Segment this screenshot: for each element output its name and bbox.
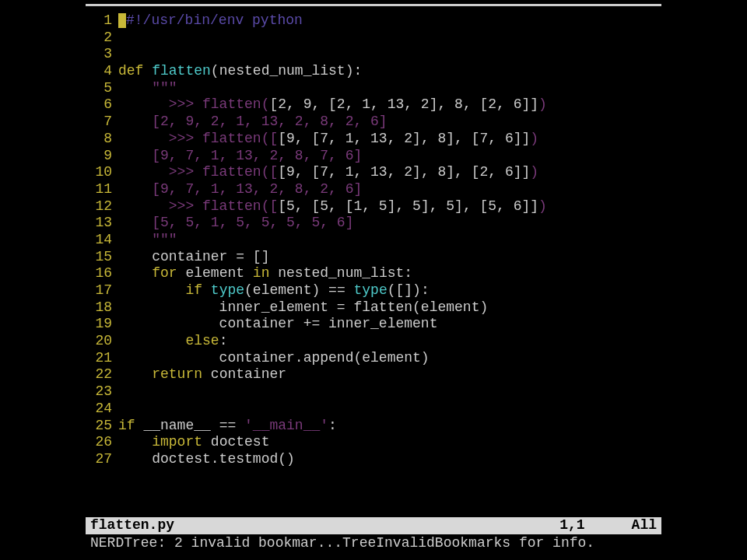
line-number: 10 (86, 164, 118, 181)
code-line[interactable]: 27 doctest.testmod() (86, 451, 661, 468)
code-line[interactable]: 2 (86, 30, 661, 47)
line-content: import doctest (118, 434, 661, 451)
line-content (118, 383, 661, 401)
cursor (118, 13, 126, 28)
line-content: container += inner_element (118, 316, 661, 333)
line-number: 7 (86, 114, 118, 131)
code-line[interactable]: 24 (86, 401, 661, 418)
code-line[interactable]: 17 if type(element) == type([]): (86, 282, 661, 299)
code-line[interactable]: 3 (86, 46, 661, 63)
line-content: >>> flatten([[5, [5, [1, 5], 5], 5], [5,… (118, 198, 661, 215)
status-percent: All (632, 517, 657, 534)
line-number: 22 (86, 366, 118, 383)
line-content: >>> flatten([[9, [7, 1, 13, 2], 8], [2, … (118, 164, 661, 181)
line-number: 1 (86, 12, 118, 30)
line-number: 11 (86, 181, 118, 198)
line-content: else: (118, 333, 661, 350)
line-content (118, 30, 661, 47)
line-number: 4 (86, 63, 118, 80)
code-line[interactable]: 11 [9, 7, 1, 13, 2, 8, 2, 6] (86, 181, 661, 198)
line-content: """ (118, 232, 661, 249)
code-line[interactable]: 13 [5, 5, 1, 5, 5, 5, 5, 6] (86, 215, 661, 232)
line-content: [9, 7, 1, 13, 2, 8, 7, 6] (118, 148, 661, 165)
code-line[interactable]: 8 >>> flatten([[9, [7, 1, 13, 2], 8], [7… (86, 131, 661, 148)
line-content: >>> flatten([[9, [7, 1, 13, 2], 8], [7, … (118, 131, 661, 148)
line-content (118, 46, 661, 63)
line-number: 15 (86, 249, 118, 266)
line-content: container = [] (118, 249, 661, 266)
line-number: 2 (86, 30, 118, 47)
line-content: #!/usr/bin/env python (118, 12, 661, 30)
line-number: 8 (86, 131, 118, 148)
line-content (118, 401, 661, 418)
line-number: 23 (86, 383, 118, 401)
line-content: if type(element) == type([]): (118, 282, 661, 299)
line-content: >>> flatten([2, 9, [2, 1, 13, 2], 8, [2,… (118, 96, 661, 114)
message-text: NERDTree: 2 invalid bookmar...TreeInvali… (90, 535, 594, 552)
line-content: return container (118, 366, 661, 383)
line-number: 17 (86, 282, 118, 299)
code-line[interactable]: 7 [2, 9, 2, 1, 13, 2, 8, 2, 6] (86, 114, 661, 131)
line-content: if __name__ == '__main__': (118, 418, 661, 435)
code-line[interactable]: 1#!/usr/bin/env python (86, 12, 661, 30)
code-line[interactable]: 10 >>> flatten([[9, [7, 1, 13, 2], 8], [… (86, 164, 661, 181)
line-content: [5, 5, 1, 5, 5, 5, 5, 6] (118, 215, 661, 232)
line-number: 16 (86, 265, 118, 282)
line-number: 27 (86, 451, 118, 468)
status-position: 1,1 (559, 517, 584, 534)
line-content: [2, 9, 2, 1, 13, 2, 8, 2, 6] (118, 114, 661, 131)
line-number: 19 (86, 316, 118, 333)
line-content: container.append(element) (118, 350, 661, 367)
line-number: 9 (86, 148, 118, 165)
line-number: 12 (86, 198, 118, 215)
code-line[interactable]: 4def flatten(nested_num_list): (86, 63, 661, 80)
line-number: 6 (86, 96, 118, 114)
code-line[interactable]: 14 """ (86, 232, 661, 249)
line-number: 5 (86, 80, 118, 97)
code-line[interactable]: 5 """ (86, 80, 661, 97)
code-line[interactable]: 26 import doctest (86, 434, 661, 451)
line-content: """ (118, 80, 661, 97)
code-line[interactable]: 16 for element in nested_num_list: (86, 265, 661, 282)
line-number: 26 (86, 434, 118, 451)
code-line[interactable]: 21 container.append(element) (86, 350, 661, 367)
code-line[interactable]: 9 [9, 7, 1, 13, 2, 8, 7, 6] (86, 148, 661, 165)
status-bar: flatten.py 1,1 All (86, 517, 661, 534)
code-line[interactable]: 6 >>> flatten([2, 9, [2, 1, 13, 2], 8, [… (86, 96, 661, 114)
line-number: 25 (86, 418, 118, 435)
code-line[interactable]: 20 else: (86, 333, 661, 350)
line-content: doctest.testmod() (118, 451, 661, 468)
code-area[interactable]: 1#!/usr/bin/env python234def flatten(nes… (86, 6, 661, 468)
code-line[interactable]: 22 return container (86, 366, 661, 383)
code-line[interactable]: 23 (86, 383, 661, 401)
code-line[interactable]: 18 inner_element = flatten(element) (86, 299, 661, 317)
line-number: 20 (86, 333, 118, 350)
line-number: 3 (86, 46, 118, 63)
line-number: 21 (86, 350, 118, 367)
line-number: 18 (86, 299, 118, 317)
line-number: 13 (86, 215, 118, 232)
status-filename: flatten.py (90, 517, 174, 534)
line-content: [9, 7, 1, 13, 2, 8, 2, 6] (118, 181, 661, 198)
code-line[interactable]: 25if __name__ == '__main__': (86, 418, 661, 435)
code-line[interactable]: 19 container += inner_element (86, 316, 661, 333)
line-content: def flatten(nested_num_list): (118, 63, 661, 80)
line-number: 24 (86, 401, 118, 418)
editor-window: 1#!/usr/bin/env python234def flatten(nes… (86, 4, 661, 552)
code-line[interactable]: 15 container = [] (86, 249, 661, 266)
line-content: for element in nested_num_list: (118, 265, 661, 282)
line-content: inner_element = flatten(element) (118, 299, 661, 317)
message-bar: NERDTree: 2 invalid bookmar...TreeInvali… (86, 535, 661, 552)
code-line[interactable]: 12 >>> flatten([[5, [5, [1, 5], 5], 5], … (86, 198, 661, 215)
line-number: 14 (86, 232, 118, 249)
